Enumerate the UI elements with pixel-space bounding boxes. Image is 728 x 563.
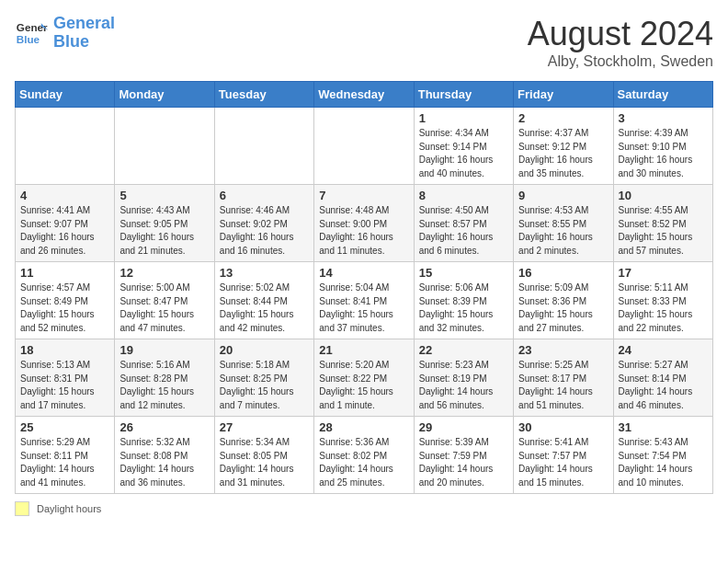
calendar-week-row: 4Sunrise: 4:41 AM Sunset: 9:07 PM Daylig… — [16, 185, 713, 262]
calendar-cell: 13Sunrise: 5:02 AM Sunset: 8:44 PM Dayli… — [214, 262, 313, 339]
cell-info: Sunrise: 5:32 AM Sunset: 8:08 PM Dayligh… — [119, 436, 209, 489]
calendar-week-row: 1Sunrise: 4:34 AM Sunset: 9:14 PM Daylig… — [16, 108, 713, 185]
day-number: 25 — [20, 420, 109, 434]
calendar-cell: 20Sunrise: 5:18 AM Sunset: 8:25 PM Dayli… — [214, 339, 313, 417]
day-number: 14 — [319, 266, 408, 280]
cell-info: Sunrise: 4:41 AM Sunset: 9:07 PM Dayligh… — [20, 204, 109, 258]
calendar-cell: 24Sunrise: 5:27 AM Sunset: 8:14 PM Dayli… — [613, 339, 712, 417]
calendar-cell: 25Sunrise: 5:29 AM Sunset: 8:11 PM Dayli… — [16, 417, 115, 494]
day-number: 27 — [220, 420, 309, 434]
calendar-cell: 10Sunrise: 4:55 AM Sunset: 8:52 PM Dayli… — [613, 185, 712, 262]
calendar-cell: 1Sunrise: 4:34 AM Sunset: 9:14 PM Daylig… — [414, 108, 513, 185]
logo-text: GeneralBlue — [53, 15, 115, 52]
day-header-monday: Monday — [115, 82, 214, 108]
cell-info: Sunrise: 4:37 AM Sunset: 9:12 PM Dayligh… — [518, 127, 608, 180]
calendar-cell: 5Sunrise: 4:43 AM Sunset: 9:05 PM Daylig… — [115, 185, 214, 262]
day-header-sunday: Sunday — [16, 82, 115, 108]
calendar-cell: 12Sunrise: 5:00 AM Sunset: 8:47 PM Dayli… — [115, 262, 214, 339]
month-year: August 2024 — [528, 15, 713, 53]
cell-info: Sunrise: 4:48 AM Sunset: 9:00 PM Dayligh… — [319, 204, 408, 258]
cell-info: Sunrise: 5:41 AM Sunset: 7:57 PM Dayligh… — [518, 436, 608, 489]
cell-info: Sunrise: 5:27 AM Sunset: 8:14 PM Dayligh… — [619, 359, 708, 412]
title-block: August 2024 Alby, Stockholm, Sweden — [528, 15, 713, 70]
day-number: 29 — [419, 420, 508, 434]
calendar-cell: 27Sunrise: 5:34 AM Sunset: 8:05 PM Dayli… — [214, 417, 313, 494]
day-number: 2 — [518, 111, 608, 125]
calendar-cell: 31Sunrise: 5:43 AM Sunset: 7:54 PM Dayli… — [613, 417, 712, 494]
cell-info: Sunrise: 5:23 AM Sunset: 8:19 PM Dayligh… — [419, 359, 508, 412]
day-number: 30 — [518, 420, 608, 434]
svg-text:Blue: Blue — [17, 33, 40, 45]
day-number: 28 — [319, 420, 408, 434]
calendar-cell: 30Sunrise: 5:41 AM Sunset: 7:57 PM Dayli… — [514, 417, 613, 494]
cell-info: Sunrise: 5:16 AM Sunset: 8:28 PM Dayligh… — [119, 359, 209, 412]
cell-info: Sunrise: 5:00 AM Sunset: 8:47 PM Dayligh… — [119, 282, 209, 335]
calendar-cell: 7Sunrise: 4:48 AM Sunset: 9:00 PM Daylig… — [314, 185, 414, 262]
day-number: 22 — [419, 343, 508, 357]
cell-info: Sunrise: 5:09 AM Sunset: 8:36 PM Dayligh… — [518, 282, 608, 335]
cell-info: Sunrise: 4:53 AM Sunset: 8:55 PM Dayligh… — [518, 204, 608, 258]
calendar-week-row: 11Sunrise: 4:57 AM Sunset: 8:49 PM Dayli… — [16, 262, 713, 339]
cell-info: Sunrise: 5:36 AM Sunset: 8:02 PM Dayligh… — [319, 436, 408, 489]
calendar-cell: 28Sunrise: 5:36 AM Sunset: 8:02 PM Dayli… — [314, 417, 414, 494]
day-number: 5 — [119, 189, 209, 202]
calendar-cell — [16, 108, 115, 185]
day-number: 6 — [220, 189, 309, 202]
calendar-cell: 19Sunrise: 5:16 AM Sunset: 8:28 PM Dayli… — [115, 339, 214, 417]
cell-info: Sunrise: 5:13 AM Sunset: 8:31 PM Dayligh… — [20, 359, 109, 412]
calendar-cell: 17Sunrise: 5:11 AM Sunset: 8:33 PM Dayli… — [613, 262, 712, 339]
cell-info: Sunrise: 5:02 AM Sunset: 8:44 PM Dayligh… — [220, 282, 309, 335]
day-header-saturday: Saturday — [613, 82, 712, 108]
day-number: 9 — [518, 189, 608, 202]
legend-label: Daylight hours — [37, 503, 101, 514]
cell-info: Sunrise: 4:55 AM Sunset: 8:52 PM Dayligh… — [619, 204, 708, 258]
calendar-cell: 11Sunrise: 4:57 AM Sunset: 8:49 PM Dayli… — [16, 262, 115, 339]
cell-info: Sunrise: 5:39 AM Sunset: 7:59 PM Dayligh… — [419, 436, 508, 489]
day-number: 10 — [619, 189, 708, 202]
day-number: 13 — [220, 266, 309, 280]
day-number: 15 — [419, 266, 508, 280]
cell-info: Sunrise: 5:20 AM Sunset: 8:22 PM Dayligh… — [319, 359, 408, 412]
day-number: 18 — [20, 343, 109, 357]
day-number: 1 — [419, 111, 508, 125]
calendar-cell: 26Sunrise: 5:32 AM Sunset: 8:08 PM Dayli… — [115, 417, 214, 494]
day-number: 7 — [319, 189, 408, 202]
day-number: 4 — [20, 189, 109, 202]
day-header-thursday: Thursday — [414, 82, 513, 108]
legend-box — [15, 501, 29, 516]
day-header-friday: Friday — [514, 82, 613, 108]
calendar-cell — [214, 108, 313, 185]
cell-info: Sunrise: 5:25 AM Sunset: 8:17 PM Dayligh… — [518, 359, 608, 412]
day-number: 26 — [119, 420, 209, 434]
day-number: 23 — [518, 343, 608, 357]
calendar-header-row: SundayMondayTuesdayWednesdayThursdayFrid… — [16, 82, 713, 108]
calendar-cell: 4Sunrise: 4:41 AM Sunset: 9:07 PM Daylig… — [16, 185, 115, 262]
cell-info: Sunrise: 4:39 AM Sunset: 9:10 PM Dayligh… — [619, 127, 708, 180]
cell-info: Sunrise: 5:29 AM Sunset: 8:11 PM Dayligh… — [20, 436, 109, 489]
calendar-cell: 2Sunrise: 4:37 AM Sunset: 9:12 PM Daylig… — [514, 108, 613, 185]
calendar-cell: 21Sunrise: 5:20 AM Sunset: 8:22 PM Dayli… — [314, 339, 414, 417]
cell-info: Sunrise: 4:46 AM Sunset: 9:02 PM Dayligh… — [220, 204, 309, 258]
cell-info: Sunrise: 4:57 AM Sunset: 8:49 PM Dayligh… — [20, 282, 109, 335]
page-header: General Blue GeneralBlue August 2024 Alb… — [15, 15, 713, 70]
calendar-cell: 23Sunrise: 5:25 AM Sunset: 8:17 PM Dayli… — [514, 339, 613, 417]
cell-info: Sunrise: 4:43 AM Sunset: 9:05 PM Dayligh… — [119, 204, 209, 258]
day-number: 24 — [619, 343, 708, 357]
logo-icon: General Blue — [15, 17, 48, 50]
calendar-cell: 18Sunrise: 5:13 AM Sunset: 8:31 PM Dayli… — [16, 339, 115, 417]
day-number: 19 — [119, 343, 209, 357]
calendar-cell: 29Sunrise: 5:39 AM Sunset: 7:59 PM Dayli… — [414, 417, 513, 494]
logo: General Blue GeneralBlue — [15, 15, 115, 52]
day-number: 21 — [319, 343, 408, 357]
cell-info: Sunrise: 5:34 AM Sunset: 8:05 PM Dayligh… — [220, 436, 309, 489]
calendar-table: SundayMondayTuesdayWednesdayThursdayFrid… — [15, 81, 713, 494]
calendar-week-row: 25Sunrise: 5:29 AM Sunset: 8:11 PM Dayli… — [16, 417, 713, 494]
calendar-cell — [115, 108, 214, 185]
cell-info: Sunrise: 5:11 AM Sunset: 8:33 PM Dayligh… — [619, 282, 708, 335]
day-number: 8 — [419, 189, 508, 202]
cell-info: Sunrise: 4:34 AM Sunset: 9:14 PM Dayligh… — [419, 127, 508, 180]
day-header-tuesday: Tuesday — [214, 82, 313, 108]
calendar-cell: 15Sunrise: 5:06 AM Sunset: 8:39 PM Dayli… — [414, 262, 513, 339]
day-header-wednesday: Wednesday — [314, 82, 414, 108]
cell-info: Sunrise: 5:06 AM Sunset: 8:39 PM Dayligh… — [419, 282, 508, 335]
